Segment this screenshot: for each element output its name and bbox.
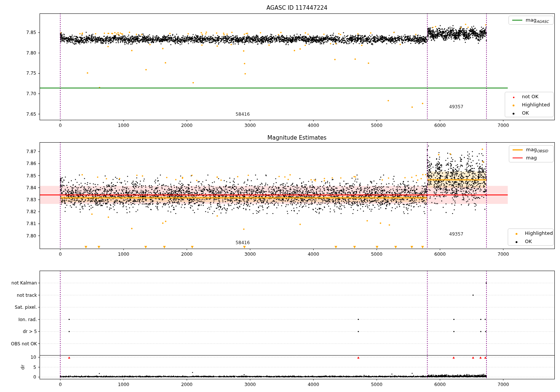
legend-label: OK [522,110,529,116]
obsid-annotation-49357: 49357 [436,231,477,237]
obsid-annotation-49357: 49357 [436,104,477,109]
legend-entry-ok: OK [508,237,553,245]
legend-entry-mag-obsid: magOBSID [509,146,553,154]
charts-canvas [0,0,560,392]
legend-entry-mag: mag [509,154,553,162]
highlighted-marker-icon [511,230,522,236]
legend-label: Highlighted [525,230,553,236]
legend-entry-not-ok: not OK [505,92,553,100]
legend-entry-highlighted: Highlighted [508,229,553,237]
legend-label: Highlighted [522,102,550,108]
mag-agasc-line-swatch [512,20,522,21]
ok-marker-icon [508,110,519,116]
obsid-annotation-58416: 58416 [222,112,263,117]
ok-marker-icon [511,239,522,244]
highlighted-marker-icon [508,102,519,108]
dr-axis-label: dr [20,360,25,375]
legend-entry-mag-agasc: magAGASC [509,16,553,24]
legend-label: magAGASC [526,17,549,24]
obsid-annotation-58416: 58416 [222,240,263,245]
legend-entry-highlighted: Highlighted [505,100,553,109]
legend-mag-agasc: magAGASC [508,16,554,25]
mag-line-swatch [513,158,523,158]
legend-middle-markers: Highlighted OK [508,228,554,246]
legend-label: OK [525,239,532,244]
legend-label: magOBSID [526,147,548,153]
not-ok-marker-icon [508,94,519,99]
legend-label: mag [526,155,537,161]
figure-agasc-magnitude-report: 010002000300040005000600070007.657.707.7… [0,0,560,392]
top-chart-title: AGASC ID 117447224 [40,4,554,11]
legend-mag-lines: magOBSID mag [509,145,554,162]
legend-label: not OK [522,94,538,99]
legend-top-markers: not OK Highlighted OK [505,92,554,117]
legend-entry-ok: OK [505,109,553,117]
middle-chart-title: Magnitude Estimates [40,134,554,141]
mag-obsid-line-swatch [513,149,523,150]
